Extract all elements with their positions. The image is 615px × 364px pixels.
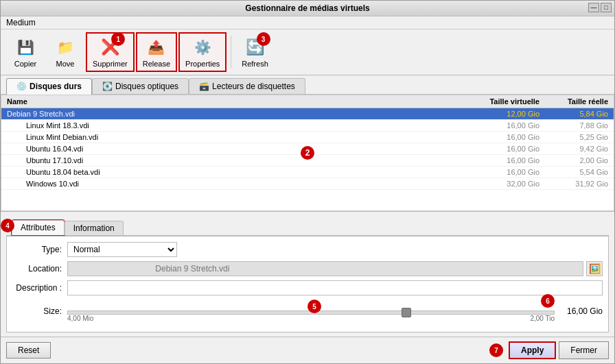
table-header: Name Taille virtuelle Taille réelle bbox=[1, 95, 614, 108]
footer: Reset 7 Apply Fermer bbox=[1, 337, 614, 363]
refresh-icon: 🔄 3 bbox=[244, 36, 266, 58]
lecteurs-label: Lecteurs de disquettes bbox=[212, 82, 295, 91]
row-name: Ubuntu 17.10.vdi bbox=[7, 156, 457, 165]
release-button[interactable]: 📤 Release bbox=[136, 32, 177, 72]
row-name: Linux Mint 18.3.vdi bbox=[7, 121, 457, 130]
properties-label: Properties bbox=[185, 60, 220, 68]
refresh-button[interactable]: 🔄 3 Refresh bbox=[235, 33, 275, 71]
move-button[interactable]: 📁 Move bbox=[46, 33, 84, 71]
copy-label: Copier bbox=[14, 60, 36, 68]
tab-attributes[interactable]: Attributes bbox=[12, 220, 65, 235]
slider-labels: 4,00 Mio 2,00 Tio bbox=[67, 315, 555, 322]
size-min-label: 4,00 Mio bbox=[67, 315, 93, 322]
row-name: Ubuntu 18.04 beta.vdi bbox=[7, 168, 457, 176]
title-controls: — □ bbox=[588, 3, 612, 12]
tab-lecteurs-disquettes[interactable]: 🗃️ Lecteurs de disquettes bbox=[189, 78, 305, 94]
disques-durs-icon: 💿 bbox=[16, 82, 27, 91]
table-row[interactable]: Linux Mint 18.3.vdi 16,00 Gio 7,88 Gio bbox=[1, 120, 614, 132]
header-virtual: Taille virtuelle bbox=[457, 97, 539, 106]
annotation-6: 6 bbox=[541, 294, 555, 308]
description-label: Description : bbox=[12, 283, 67, 293]
annotation-2: 2 bbox=[301, 146, 314, 160]
move-icon: 📁 bbox=[54, 36, 76, 58]
annotation-3: 3 bbox=[257, 32, 270, 46]
row-virtual: 16,00 Gio bbox=[457, 145, 539, 153]
type-select-wrapper: Normal Differencing Writethrough Shareab… bbox=[67, 242, 177, 257]
table-row[interactable]: Windows 10.vdi 32,00 Gio 31,92 Gio bbox=[1, 178, 614, 190]
row-real: 31,92 Gio bbox=[539, 180, 608, 188]
size-row: Size: 5 4,00 Mio 2,00 Tio 6 16,00 Gio bbox=[12, 300, 603, 322]
tab-disques-durs[interactable]: 💿 Disques durs bbox=[6, 78, 92, 95]
refresh-label: Refresh bbox=[242, 60, 268, 68]
properties-button[interactable]: ⚙️ Properties bbox=[178, 32, 227, 72]
reset-button[interactable]: Reset bbox=[6, 342, 51, 359]
apply-button[interactable]: Apply bbox=[509, 341, 556, 359]
tab-disques-optiques[interactable]: 💽 Disques optiques bbox=[92, 78, 189, 94]
move-label: Move bbox=[56, 60, 75, 68]
bottom-panel: 4 Attributes Information Type: Normal Di… bbox=[1, 211, 614, 337]
row-real: 2,00 Gio bbox=[539, 156, 608, 165]
header-name: Name bbox=[7, 97, 457, 106]
row-name: Linux Mint Debian.vdi bbox=[7, 133, 457, 141]
supprimer-label: Supprimer bbox=[93, 60, 128, 68]
toolbar-separator bbox=[231, 36, 231, 69]
row-real: 9,42 Gio bbox=[539, 145, 608, 153]
fermer-button[interactable]: Fermer bbox=[559, 341, 609, 359]
row-virtual: 16,00 Gio bbox=[457, 156, 539, 165]
title-bar: Gestionnaire de médias virtuels — □ bbox=[1, 1, 614, 16]
description-row: Description : bbox=[12, 280, 603, 295]
table-area: 2 Name Taille virtuelle Taille réelle De… bbox=[1, 95, 614, 211]
row-virtual: 16,00 Gio bbox=[457, 133, 539, 141]
supprimer-icon: ❌ 1 bbox=[99, 36, 121, 58]
table-row[interactable]: Linux Mint Debian.vdi 16,00 Gio 5,25 Gio bbox=[1, 132, 614, 143]
tab-information[interactable]: Information bbox=[65, 221, 124, 235]
row-virtual: 16,00 Gio bbox=[457, 168, 539, 176]
disk-tabs-row: 💿 Disques durs 💽 Disques optiques 🗃️ Lec… bbox=[1, 75, 614, 95]
row-real: 5,54 Gio bbox=[539, 168, 608, 176]
main-window: Gestionnaire de médias virtuels — □ Medi… bbox=[0, 0, 615, 364]
location-input[interactable] bbox=[67, 261, 583, 276]
row-name: Ubuntu 16.04.vdi bbox=[7, 145, 457, 153]
row-virtual: 32,00 Gio bbox=[457, 180, 539, 188]
copy-button[interactable]: 💾 Copier bbox=[6, 33, 45, 71]
row-real: 5,84 Gio bbox=[539, 110, 608, 118]
row-real: 7,88 Gio bbox=[539, 121, 608, 130]
disques-durs-label: Disques durs bbox=[30, 82, 82, 91]
table-row[interactable]: Ubuntu 18.04 beta.vdi 16,00 Gio 5,54 Gio bbox=[1, 167, 614, 178]
table-row[interactable]: Debian 9 Stretch.vdi 12,00 Gio 5,84 Gio bbox=[1, 108, 614, 120]
properties-icon: ⚙️ bbox=[192, 36, 213, 58]
location-label: Location: bbox=[12, 264, 67, 274]
minimize-button[interactable]: — bbox=[588, 3, 599, 12]
type-row: Type: Normal Differencing Writethrough S… bbox=[12, 242, 603, 257]
supprimer-button[interactable]: ❌ 1 Supprimer bbox=[86, 32, 135, 72]
annotation-4: 4 bbox=[1, 219, 14, 232]
menu-medium[interactable]: Medium bbox=[6, 18, 36, 27]
copy-icon: 💾 bbox=[14, 36, 36, 58]
row-real: 5,25 Gio bbox=[539, 133, 608, 141]
attr-tab-row: 4 Attributes Information bbox=[6, 216, 609, 236]
footer-right: 7 Apply Fermer bbox=[509, 341, 609, 359]
maximize-button[interactable]: □ bbox=[601, 3, 612, 12]
type-select[interactable]: Normal Differencing Writethrough Shareab… bbox=[67, 242, 177, 257]
description-input[interactable] bbox=[67, 280, 603, 295]
release-icon: 📤 bbox=[146, 36, 167, 58]
information-label: Information bbox=[73, 223, 115, 233]
location-browse-button[interactable]: 🖼️ bbox=[586, 261, 603, 276]
row-name: Windows 10.vdi bbox=[7, 180, 457, 188]
disques-optiques-icon: 💽 bbox=[102, 82, 113, 91]
fermer-label: Fermer bbox=[570, 345, 597, 355]
attributes-label: Attributes bbox=[21, 223, 56, 232]
type-label: Type: bbox=[12, 245, 67, 254]
lecteurs-icon: 🗃️ bbox=[199, 82, 209, 91]
row-virtual: 16,00 Gio bbox=[457, 121, 539, 130]
row-name: Debian 9 Stretch.vdi bbox=[7, 110, 457, 118]
size-slider-container: 5 4,00 Mio 2,00 Tio bbox=[67, 300, 555, 322]
menu-bar: Medium bbox=[1, 16, 614, 29]
annotation-1: 1 bbox=[111, 32, 125, 46]
annotation-7: 7 bbox=[489, 343, 503, 357]
reset-label: Reset bbox=[18, 345, 39, 355]
size-label: Size: bbox=[12, 306, 67, 316]
apply-label: Apply bbox=[521, 345, 544, 355]
toolbar: 💾 Copier 📁 Move ❌ 1 Supprimer 📤 Release … bbox=[1, 29, 614, 75]
size-max-label: 2,00 Tio bbox=[530, 315, 555, 322]
